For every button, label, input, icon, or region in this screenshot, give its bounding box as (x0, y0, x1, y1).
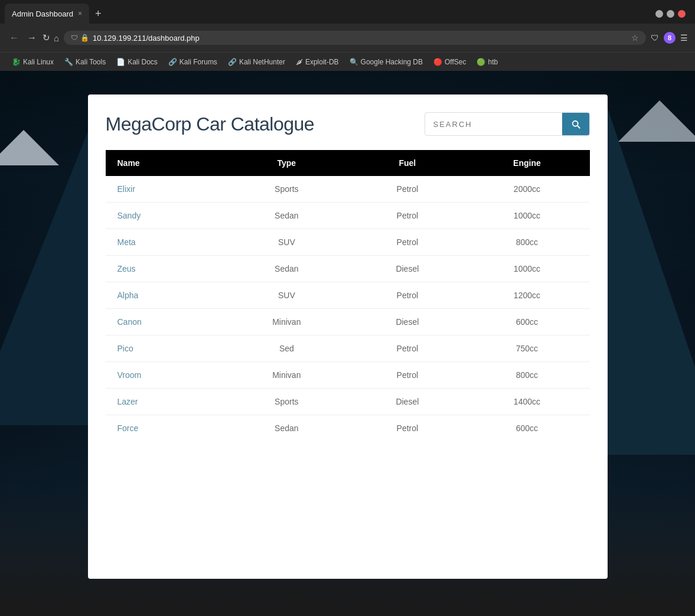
shield-icon: 🛡 (71, 34, 78, 42)
cell-engine: 1000cc (464, 203, 589, 229)
google-hacking-icon: 🔍 (350, 58, 358, 66)
col-header-engine: Engine (464, 150, 589, 176)
forward-button[interactable]: → (25, 31, 39, 44)
cell-name: Canon (106, 309, 223, 335)
cell-type: Minivan (223, 309, 350, 335)
bookmark-star-icon[interactable]: ☆ (631, 33, 639, 43)
url-input[interactable] (93, 34, 628, 43)
table-row: Vroom Minivan Petrol 800cc (106, 362, 590, 389)
cell-name: Lazer (106, 389, 223, 415)
security-icons: 🛡 🔒 (71, 34, 89, 42)
exploit-db-icon: 🌶 (296, 58, 303, 66)
shield-extra-icon: 🛡 (651, 33, 659, 43)
table-row: Meta SUV Petrol 800cc (106, 229, 590, 256)
table-header: Name Type Fuel Engine (106, 150, 590, 176)
address-bar[interactable]: 🛡 🔒 ☆ (64, 31, 646, 45)
table-row: Sandy Sedan Petrol 1000cc (106, 203, 590, 229)
cell-engine: 1200cc (464, 282, 589, 309)
cell-fuel: Diesel (350, 256, 464, 282)
table-row: Pico Sed Petrol 750cc (106, 335, 590, 362)
maximize-button[interactable] (667, 10, 674, 18)
menu-icon[interactable]: ☰ (680, 33, 688, 43)
cell-fuel: Petrol (350, 335, 464, 362)
kali-forums-icon: 🔗 (168, 58, 177, 66)
cell-type: Sports (223, 389, 350, 415)
bookmark-label: OffSec (445, 58, 466, 66)
main-card: MegaCorp Car Catalogue Name Type Fuel En… (88, 94, 608, 579)
table-row: Canon Minivan Diesel 600cc (106, 309, 590, 335)
table-row: Elixir Sports Petrol 2000cc (106, 176, 590, 203)
bookmark-label: Exploit-DB (305, 58, 339, 66)
cell-fuel: Petrol (350, 282, 464, 309)
close-window-button[interactable] (678, 10, 686, 18)
minimize-button[interactable] (655, 10, 663, 18)
page-title: MegaCorp Car Catalogue (106, 113, 315, 135)
bookmark-google-hacking-db[interactable]: 🔍 Google Hacking DB (345, 56, 428, 68)
nav-arrows: ← → ↻ ⌂ (7, 31, 59, 44)
bookmark-label: Kali Linux (23, 58, 54, 66)
cell-fuel: Petrol (350, 203, 464, 229)
kali-tools-icon: 🔧 (64, 58, 73, 66)
cell-name: Zeus (106, 256, 223, 282)
search-icon (570, 119, 581, 129)
cell-type: Sports (223, 176, 350, 203)
col-header-type: Type (223, 150, 350, 176)
browser-chrome: Admin Dashboard × + ← → ↻ ⌂ 🛡 🔒 ☆ 🛡 8 (0, 0, 695, 71)
card-header: MegaCorp Car Catalogue (106, 112, 590, 136)
table-body: Elixir Sports Petrol 2000cc Sandy Sedan … (106, 176, 590, 441)
cell-type: Sedan (223, 415, 350, 442)
kali-docs-icon: 📄 (116, 58, 125, 66)
cell-fuel: Petrol (350, 229, 464, 256)
bookmark-label: Kali Forums (180, 58, 217, 66)
cell-name: Pico (106, 335, 223, 362)
bookmark-kali-docs[interactable]: 📄 Kali Docs (112, 56, 162, 68)
search-button[interactable] (562, 113, 589, 135)
bookmark-offsec[interactable]: 🔴 OffSec (429, 56, 471, 68)
table-row: Force Sedan Petrol 600cc (106, 415, 590, 442)
bookmark-kali-forums[interactable]: 🔗 Kali Forums (164, 56, 222, 68)
bookmark-exploit-db[interactable]: 🌶 Exploit-DB (291, 56, 344, 68)
col-header-name: Name (106, 150, 223, 176)
bookmark-htb[interactable]: 🟢 htb (472, 56, 503, 68)
bookmark-kali-linux[interactable]: 🐉 Kali Linux (7, 56, 58, 68)
cell-fuel: Diesel (350, 389, 464, 415)
refresh-button[interactable]: ↻ (43, 32, 50, 43)
snow-right (618, 100, 695, 142)
table-row: Zeus Sedan Diesel 1000cc (106, 256, 590, 282)
lock-icon: 🔒 (80, 34, 89, 42)
cell-engine: 600cc (464, 309, 589, 335)
cell-name: Vroom (106, 362, 223, 389)
nav-extras: 🛡 8 ☰ (651, 32, 688, 44)
cell-engine: 600cc (464, 415, 589, 442)
page-background: MegaCorp Car Catalogue Name Type Fuel En… (0, 71, 695, 602)
back-button[interactable]: ← (7, 31, 21, 44)
cell-type: Sedan (223, 256, 350, 282)
home-button[interactable]: ⌂ (54, 33, 59, 43)
profile-badge[interactable]: 8 (664, 32, 676, 44)
table-row: Lazer Sports Diesel 1400cc (106, 389, 590, 415)
bookmark-label: Kali Docs (128, 58, 158, 66)
cell-fuel: Petrol (350, 362, 464, 389)
tab-close-button[interactable]: × (78, 9, 82, 18)
col-header-fuel: Fuel (350, 150, 464, 176)
htb-icon: 🟢 (477, 58, 485, 66)
bookmark-kali-tools[interactable]: 🔧 Kali Tools (60, 56, 110, 68)
bookmark-kali-nethunter[interactable]: 🔗 Kali NetHunter (223, 56, 290, 68)
table-header-row: Name Type Fuel Engine (106, 150, 590, 176)
cell-engine: 750cc (464, 335, 589, 362)
bookmark-label: htb (488, 58, 498, 66)
cell-name: Meta (106, 229, 223, 256)
new-tab-button[interactable]: + (92, 8, 105, 20)
kali-linux-icon: 🐉 (12, 58, 21, 66)
active-tab[interactable]: Admin Dashboard × (5, 4, 89, 24)
cell-fuel: Petrol (350, 176, 464, 203)
cell-type: Sedan (223, 203, 350, 229)
kali-nethunter-icon: 🔗 (228, 58, 237, 66)
search-input[interactable] (425, 114, 562, 135)
cell-name: Alpha (106, 282, 223, 309)
cell-engine: 800cc (464, 229, 589, 256)
cell-engine: 1000cc (464, 256, 589, 282)
snow-left (0, 130, 59, 165)
cell-engine: 800cc (464, 362, 589, 389)
cell-type: Minivan (223, 362, 350, 389)
